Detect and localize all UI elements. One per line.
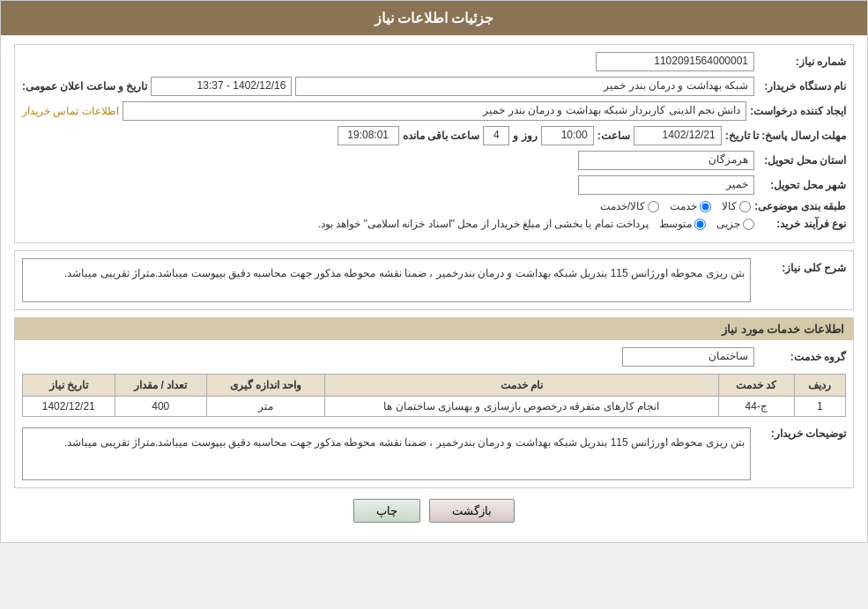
announce-value: 1402/12/16 - 13:37 <box>151 77 292 96</box>
service-group-label: گروه خدمت: <box>758 351 846 363</box>
radio-goods-label: کالا <box>722 200 737 212</box>
col-quantity: تعداد / مقدار <box>115 375 206 397</box>
services-section: اطلاعات خدمات مورد نیاز گروه خدمت: ساختم… <box>14 317 854 488</box>
purchase-radio-group: جزیی متوسط <box>659 218 754 230</box>
table-header-row: ردیف کد خدمت نام خدمت واحد اندازه گیری ت… <box>23 375 846 397</box>
cell-service-code: ج-44 <box>718 397 794 417</box>
page-header: جزئیات اطلاعات نیاز <box>1 1 867 35</box>
radio-service[interactable] <box>700 201 711 212</box>
service-group-value: ساختمان <box>622 347 754 367</box>
radio-partial-label: جزیی <box>716 218 740 230</box>
radio-service-label: خدمت <box>670 200 697 212</box>
col-row-num: ردیف <box>794 375 845 397</box>
response-time: 10:00 <box>541 126 594 145</box>
category-label: طبقه بندی موضوعی: <box>754 200 846 212</box>
description-section: شرح کلی نیاز: بتن ریزی محوطه اورژانس 115… <box>14 250 854 310</box>
city-row: شهر محل تحویل: خمیر <box>22 175 846 195</box>
cell-unit: متر <box>206 397 324 417</box>
buyer-notes-container: توضیحات خریدار: بتن ریزی محوطه اورژانس 1… <box>22 424 846 480</box>
requester-label: ایجاد کننده درخواست: <box>750 105 846 117</box>
col-service-name: نام خدمت <box>324 375 718 397</box>
requester-row: ایجاد کننده درخواست: دانش نجم الدینی کار… <box>22 101 846 121</box>
purchase-type-row: نوع فرآیند خرید: جزیی متوسط پرداخت تمام … <box>22 218 846 230</box>
cell-quantity: 400 <box>115 397 206 417</box>
main-info-body: شماره نیاز: 1102091564000001 نام دستگاه … <box>15 45 853 242</box>
response-days-label: روز و <box>513 130 537 142</box>
city-value: خمیر <box>578 175 754 195</box>
purchase-partial: جزیی <box>716 218 754 230</box>
main-info-section: شماره نیاز: 1102091564000001 نام دستگاه … <box>14 44 854 243</box>
need-number-value: 1102091564000001 <box>596 52 754 71</box>
description-label: شرح کلی نیاز: <box>758 258 846 274</box>
need-number-row: شماره نیاز: 1102091564000001 <box>22 52 846 71</box>
province-label: استان محل تحویل: <box>758 154 846 167</box>
services-table: ردیف کد خدمت نام خدمت واحد اندازه گیری ت… <box>22 374 846 417</box>
category-both: کالا/خدمت <box>600 200 659 212</box>
radio-both-label: کالا/خدمت <box>600 200 645 212</box>
category-radio-group: کالا خدمت کالا/خدمت <box>600 200 751 212</box>
page-title: جزئیات اطلاعات نیاز <box>375 11 494 26</box>
purchase-medium: متوسط <box>659 218 706 230</box>
print-button[interactable]: چاپ <box>353 499 420 523</box>
response-date: 1402/12/21 <box>634 126 722 145</box>
response-time-label: ساعت: <box>597 130 630 142</box>
purchase-note: پرداخت تمام یا بخشی از مبلغ خریدار از مح… <box>318 218 649 230</box>
requester-value: دانش نجم الدینی کاربردار شبکه بهداشت و د… <box>122 101 747 121</box>
radio-partial[interactable] <box>743 219 754 230</box>
table-row: 1 ج-44 انجام کارهای متفرقه درخصوص بازساز… <box>23 397 846 417</box>
services-header: اطلاعات خدمات مورد نیاز <box>15 318 853 340</box>
radio-medium-label: متوسط <box>659 218 692 230</box>
radio-goods[interactable] <box>739 201 751 212</box>
category-service: خدمت <box>670 200 711 212</box>
province-value: هرمزگان <box>578 151 754 170</box>
province-row: استان محل تحویل: هرمزگان <box>22 151 846 170</box>
contact-link[interactable]: اطلاعات تماس خریدار <box>22 105 119 117</box>
content-area: شماره نیاز: 1102091564000001 نام دستگاه … <box>1 35 867 542</box>
col-unit: واحد اندازه گیری <box>206 375 324 397</box>
response-days: 4 <box>483 126 509 145</box>
response-remaining-label: ساعت باقی مانده <box>403 130 480 142</box>
cell-service-name: انجام کارهای متفرقه درخصوص بازسازی و بهس… <box>324 397 718 417</box>
col-service-code: کد خدمت <box>718 375 794 397</box>
back-button[interactable]: بازگشت <box>429 499 515 523</box>
buyer-org-value: شبکه بهداشت و درمان بندر خمیر <box>295 77 754 96</box>
service-group-row: گروه خدمت: ساختمان <box>22 347 846 367</box>
announce-label: تاریخ و ساعت اعلان عمومی: <box>22 80 147 93</box>
category-row: طبقه بندی موضوعی: کالا خدمت کالا/خدمت <box>22 200 846 212</box>
announce-buyer-row: نام دستگاه خریدار: شبکه بهداشت و درمان ب… <box>22 77 846 96</box>
deadline-row: مهلت ارسال پاسخ: تا تاریخ: 1402/12/21 سا… <box>22 126 846 145</box>
response-deadline-label: مهلت ارسال پاسخ: تا تاریخ: <box>725 130 846 142</box>
col-date: تاریخ نیاز <box>23 375 115 397</box>
category-goods: کالا <box>722 200 751 212</box>
need-number-label: شماره نیاز: <box>758 56 846 68</box>
description-value: بتن ریزی محوطه اورژانس 115 بندریل شبکه ب… <box>22 258 751 302</box>
buyer-org-label: نام دستگاه خریدار: <box>758 80 846 93</box>
services-table-section: ردیف کد خدمت نام خدمت واحد اندازه گیری ت… <box>22 374 846 417</box>
cell-row-num: 1 <box>794 397 845 417</box>
button-row: بازگشت چاپ <box>14 499 854 523</box>
page-wrapper: جزئیات اطلاعات نیاز شماره نیاز: 11020915… <box>0 0 868 543</box>
radio-both[interactable] <box>648 201 659 212</box>
cell-date: 1402/12/21 <box>23 397 115 417</box>
radio-medium[interactable] <box>694 219 706 230</box>
purchase-type-label: نوع فرآیند خرید: <box>758 218 846 230</box>
buyer-notes-value: بتن ریزی محوطه اورژانس 115 بندریل شبکه ب… <box>22 427 751 480</box>
city-label: شهر محل تحویل: <box>758 179 846 191</box>
response-remaining: 19:08:01 <box>338 126 399 145</box>
services-body: گروه خدمت: ساختمان ردیف کد خدمت نام خدمت… <box>15 340 853 487</box>
buyer-notes-label: توضیحات خریدار: <box>758 424 846 440</box>
